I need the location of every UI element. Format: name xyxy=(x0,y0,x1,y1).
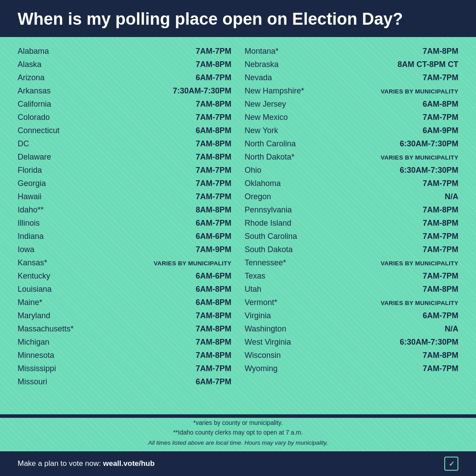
state-name: New Hampshire* xyxy=(245,86,315,96)
table-row: Wisconsin7AM-8PM xyxy=(245,349,458,362)
table-row: New Mexico7AM-7PM xyxy=(245,111,458,124)
footer-cta-link[interactable]: weall.vote/hub xyxy=(103,459,155,468)
footer-cta-text: Make a plan to vote now: weall.vote/hub xyxy=(18,459,155,468)
state-hours: 6AM-7PM xyxy=(196,73,231,82)
table-row: Louisiana6AM-8PM xyxy=(18,283,231,296)
state-hours: 7AM-8PM xyxy=(423,219,458,228)
state-name: Ohio xyxy=(245,166,315,175)
state-hours: 6AM-8PM xyxy=(196,285,231,294)
state-name: New Jersey xyxy=(245,100,315,109)
table-row: Iowa7AM-9PM xyxy=(18,243,231,257)
state-hours: 7AM-8PM xyxy=(423,205,458,215)
state-hours: 7AM-7PM xyxy=(196,166,231,175)
state-hours: VARIES BY MUNICIPALITY xyxy=(154,260,231,267)
table-row: Virginia6AM-7PM xyxy=(245,309,458,323)
state-hours: 7AM-7PM xyxy=(423,364,458,373)
table-row: Michigan7AM-8PM xyxy=(18,336,231,349)
state-hours: 7AM-7PM xyxy=(423,113,458,122)
state-hours: 8AM-8PM xyxy=(196,205,231,215)
state-name: Georgia xyxy=(18,179,88,188)
state-name: Rhode Island xyxy=(245,219,315,228)
state-name: Illinois xyxy=(18,219,88,228)
state-hours: N/A xyxy=(445,192,458,201)
table-row: Idaho**8AM-8PM xyxy=(18,204,231,217)
table-row: Kentucky6AM-6PM xyxy=(18,270,231,283)
table-row: Alabama7AM-7PM xyxy=(18,45,231,58)
state-name: Kansas* xyxy=(18,258,88,268)
state-name: Minnesota xyxy=(18,351,88,360)
table-row: South Carolina7AM-7PM xyxy=(245,230,458,243)
state-name: West Virginia xyxy=(245,338,315,347)
state-name: Missouri xyxy=(18,377,88,387)
table-row: West Virginia6:30AM-7:30PM xyxy=(245,336,458,349)
checkmark-icon: ✓ xyxy=(444,457,458,471)
state-hours: 6AM-7PM xyxy=(196,377,231,387)
state-hours: 6:30AM-7:30PM xyxy=(400,139,458,149)
state-hours: 7AM-8PM xyxy=(196,139,231,149)
table-row: Nevada7AM-7PM xyxy=(245,71,458,85)
state-hours: 7AM-8PM xyxy=(196,60,231,69)
state-hours: VARIES BY MUNICIPALITY xyxy=(381,260,458,267)
state-hours: 6AM-6PM xyxy=(196,271,231,281)
table-row: WashingtonN/A xyxy=(245,323,458,336)
table-row: Arkansas7:30AM-7:30PM xyxy=(18,85,231,98)
state-name: Colorado xyxy=(18,113,88,122)
table-row: Nebraska8AM CT-8PM CT xyxy=(245,58,458,71)
state-hours: 7:30AM-7:30PM xyxy=(173,86,231,96)
state-name: Florida xyxy=(18,166,88,175)
table-row: Kansas*VARIES BY MUNICIPALITY xyxy=(18,257,231,270)
table-row: Delaware7AM-8PM xyxy=(18,151,231,164)
table-row: Connecticut6AM-8PM xyxy=(18,124,231,138)
table-row: Maine*6AM-8PM xyxy=(18,296,231,309)
state-name: Oklahoma xyxy=(245,179,315,188)
state-name: Indiana xyxy=(18,232,88,241)
state-hours: VARIES BY MUNICIPALITY xyxy=(381,154,458,161)
state-hours: 6:30AM-7:30PM xyxy=(400,338,458,347)
state-name: Pennsylvania xyxy=(245,205,315,215)
header: When is my polling place open on Electio… xyxy=(0,0,476,37)
table-row: North Carolina6:30AM-7:30PM xyxy=(245,138,458,151)
state-hours: 6AM-8PM xyxy=(196,126,231,135)
state-name: Washington xyxy=(245,324,315,334)
page-title: When is my polling place open on Electio… xyxy=(18,10,458,29)
state-hours: 7AM-8PM xyxy=(196,338,231,347)
table-row: Tennessee*VARIES BY MUNICIPALITY xyxy=(245,257,458,270)
state-hours: 7AM-7PM xyxy=(196,179,231,188)
table-row: Minnesota7AM-8PM xyxy=(18,349,231,362)
state-name: Louisiana xyxy=(18,285,88,294)
state-name: Connecticut xyxy=(18,126,88,135)
page-wrapper: When is my polling place open on Electio… xyxy=(0,0,476,476)
right-column: Montana*7AM-8PMNebraska8AM CT-8PM CTNeva… xyxy=(245,45,458,389)
state-hours: 6AM-7PM xyxy=(423,311,458,320)
state-name: Idaho** xyxy=(18,205,88,215)
table-row: Georgia7AM-7PM xyxy=(18,177,231,190)
state-name: Kentucky xyxy=(18,271,88,281)
state-name: Wyoming xyxy=(245,364,315,373)
state-hours: 7AM-7PM xyxy=(196,47,231,56)
state-hours: 8AM CT-8PM CT xyxy=(398,60,458,69)
table-row: Wyoming7AM-7PM xyxy=(245,362,458,376)
table-row: Texas7AM-7PM xyxy=(245,270,458,283)
state-name: New York xyxy=(245,126,315,135)
table-row: New York6AM-9PM xyxy=(245,124,458,138)
table-row: Mississippi7AM-7PM xyxy=(18,362,231,376)
state-name: Arizona xyxy=(18,73,88,82)
table-row: Alaska7AM-8PM xyxy=(18,58,231,71)
state-name: Utah xyxy=(245,285,315,294)
footer-cta-label: Make a plan to vote now: xyxy=(18,459,103,468)
state-hours: 7AM-8PM xyxy=(196,152,231,162)
table-row: Missouri6AM-7PM xyxy=(18,376,231,389)
state-name: Vermont* xyxy=(245,298,315,307)
state-hours: 7AM-8PM xyxy=(423,47,458,56)
state-hours: 7AM-7PM xyxy=(196,364,231,373)
table-row: Illinois6AM-7PM xyxy=(18,217,231,230)
table-row: Ohio6:30AM-7:30PM xyxy=(245,164,458,177)
state-name: Oregon xyxy=(245,192,315,201)
footnote-2: **Idaho county clerks may opt to open at… xyxy=(18,428,458,437)
state-hours: 7AM-7PM xyxy=(423,245,458,254)
state-name: Iowa xyxy=(18,245,88,254)
state-hours: 6AM-8PM xyxy=(423,100,458,109)
state-name: Alaska xyxy=(18,60,88,69)
table-row: New Jersey6AM-8PM xyxy=(245,98,458,111)
state-hours: 7AM-8PM xyxy=(196,100,231,109)
